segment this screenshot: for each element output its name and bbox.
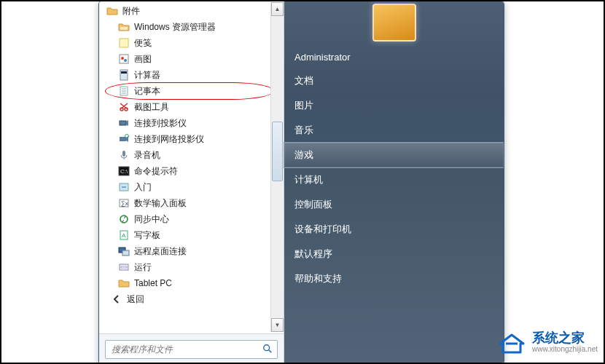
program-label: 画图 bbox=[134, 53, 152, 66]
svg-text:C:\: C:\ bbox=[120, 168, 128, 175]
program-label: 便笺 bbox=[134, 37, 152, 50]
start-menu-right-pane: Administrator 文档图片音乐游戏计算机控制面板设备和打印机默认程序帮… bbox=[284, 1, 504, 364]
program-label: 同步中心 bbox=[134, 213, 169, 226]
program-item-recorder[interactable]: 录音机 bbox=[115, 147, 282, 163]
svg-rect-16 bbox=[122, 151, 125, 157]
cmd-icon: C:\ bbox=[118, 165, 130, 177]
snip-icon bbox=[118, 101, 130, 113]
svg-point-3 bbox=[121, 57, 124, 60]
projector-icon bbox=[118, 117, 130, 129]
scroll-up-button[interactable]: ▲ bbox=[271, 2, 284, 16]
scroll-track[interactable] bbox=[271, 16, 284, 318]
back-label: 返回 bbox=[127, 293, 144, 306]
folder-icon bbox=[106, 5, 118, 17]
start-menu-left-pane: 附件Windows 资源管理器便笺画图计算器记事本截图工具连接到投影仪连接到网络… bbox=[99, 1, 284, 364]
scroll-thumb[interactable] bbox=[272, 122, 283, 181]
right-pane-item[interactable]: 控制面板 bbox=[284, 192, 504, 217]
svg-text:A: A bbox=[122, 232, 126, 239]
program-item-sync[interactable]: 同步中心 bbox=[115, 211, 282, 227]
scroll-down-button[interactable]: ▼ bbox=[271, 318, 284, 332]
recorder-icon bbox=[118, 149, 130, 161]
program-item-rdc[interactable]: 远程桌面连接 bbox=[115, 243, 282, 259]
wordpad-icon: A bbox=[118, 229, 130, 241]
svg-rect-28 bbox=[121, 266, 127, 268]
sync-icon bbox=[118, 213, 130, 225]
program-label: 运行 bbox=[134, 261, 152, 274]
program-label: Windows 资源管理器 bbox=[134, 21, 216, 33]
svg-line-30 bbox=[269, 349, 272, 352]
right-pane-item[interactable]: 帮助和支持 bbox=[284, 266, 504, 291]
program-label: 连接到投影仪 bbox=[134, 117, 187, 130]
program-label: 计算器 bbox=[134, 69, 160, 82]
program-item-snip[interactable]: 截图工具 bbox=[115, 99, 282, 115]
program-label: 远程桌面连接 bbox=[134, 245, 187, 258]
program-item-cmd[interactable]: C:\命令提示符 bbox=[115, 163, 282, 179]
scrollbar[interactable]: ▲ ▼ bbox=[270, 2, 284, 332]
svg-rect-26 bbox=[122, 250, 129, 256]
program-item-getting-started[interactable]: 入门 bbox=[115, 179, 282, 195]
accessories-folder[interactable]: 附件 bbox=[104, 3, 282, 19]
watermark: 系统之家 www.xitongzhijia.net bbox=[497, 328, 598, 357]
program-label: 记事本 bbox=[134, 85, 160, 98]
svg-rect-2 bbox=[120, 55, 128, 63]
svg-point-29 bbox=[264, 344, 270, 350]
explorer-icon bbox=[118, 21, 130, 33]
svg-text:∑x: ∑x bbox=[121, 200, 128, 207]
svg-rect-14 bbox=[120, 137, 126, 141]
search-icon bbox=[262, 344, 273, 356]
start-menu: 附件Windows 资源管理器便笺画图计算器记事本截图工具连接到投影仪连接到网络… bbox=[98, 0, 504, 364]
search-box[interactable] bbox=[105, 340, 278, 359]
program-label: 连接到网络投影仪 bbox=[134, 133, 204, 146]
search-input[interactable] bbox=[110, 344, 262, 355]
program-item-notepad[interactable]: 记事本 bbox=[115, 83, 282, 99]
folder-icon bbox=[118, 277, 130, 289]
svg-rect-0 bbox=[120, 27, 128, 30]
right-pane-item[interactable]: 游戏 bbox=[284, 143, 504, 167]
math-input-icon: ∑x bbox=[118, 197, 130, 209]
program-label: 写字板 bbox=[134, 229, 160, 242]
folder-label: 附件 bbox=[122, 5, 140, 17]
run-icon bbox=[118, 261, 130, 273]
svg-rect-13 bbox=[120, 121, 126, 125]
net-projector-icon bbox=[118, 133, 130, 145]
back-button[interactable]: 返回 bbox=[108, 291, 282, 307]
paint-icon bbox=[118, 53, 130, 65]
note-card-icon bbox=[118, 37, 130, 49]
program-item-projector[interactable]: 连接到投影仪 bbox=[115, 115, 282, 131]
program-item-wordpad[interactable]: A写字板 bbox=[115, 227, 282, 243]
program-item-run[interactable]: 运行 bbox=[115, 259, 282, 275]
calculator-icon bbox=[118, 69, 130, 81]
getting-started-icon bbox=[118, 181, 130, 193]
rdc-icon bbox=[118, 245, 130, 257]
program-item-note-card[interactable]: 便笺 bbox=[115, 35, 282, 51]
back-arrow-icon bbox=[111, 293, 122, 305]
program-label: 命令提示符 bbox=[134, 165, 178, 178]
watermark-title: 系统之家 bbox=[532, 331, 598, 346]
svg-point-4 bbox=[124, 59, 127, 62]
right-pane-item[interactable]: 音乐 bbox=[284, 118, 504, 143]
svg-rect-6 bbox=[121, 71, 127, 74]
program-item-calculator[interactable]: 计算器 bbox=[115, 67, 282, 83]
program-item-explorer[interactable]: Windows 资源管理器 bbox=[115, 19, 282, 35]
program-label: 录音机 bbox=[134, 149, 160, 162]
user-name-item[interactable]: Administrator bbox=[284, 46, 504, 68]
program-label: 数学输入面板 bbox=[134, 197, 187, 210]
search-area bbox=[99, 333, 284, 364]
program-label: 截图工具 bbox=[134, 101, 169, 114]
user-avatar[interactable] bbox=[372, 4, 416, 41]
program-item-net-projector[interactable]: 连接到网络投影仪 bbox=[115, 131, 282, 147]
programs-list: 附件Windows 资源管理器便笺画图计算器记事本截图工具连接到投影仪连接到网络… bbox=[99, 1, 284, 333]
program-item-paint[interactable]: 画图 bbox=[115, 51, 282, 67]
notepad-icon bbox=[118, 85, 130, 97]
watermark-url: www.xitongzhijia.net bbox=[532, 345, 598, 353]
right-pane-item[interactable]: 图片 bbox=[284, 93, 504, 118]
right-pane-item[interactable]: 设备和打印机 bbox=[284, 217, 504, 242]
program-item-folder[interactable]: Tablet PC bbox=[115, 275, 282, 291]
program-item-math-input[interactable]: ∑x数学输入面板 bbox=[115, 195, 282, 211]
right-pane-item[interactable]: 文档 bbox=[284, 68, 504, 93]
program-label: 入门 bbox=[134, 181, 152, 194]
right-pane-item[interactable]: 默认程序 bbox=[284, 242, 504, 266]
svg-rect-1 bbox=[120, 39, 128, 47]
right-pane-item[interactable]: 计算机 bbox=[284, 167, 504, 192]
program-label: Tablet PC bbox=[134, 278, 172, 288]
